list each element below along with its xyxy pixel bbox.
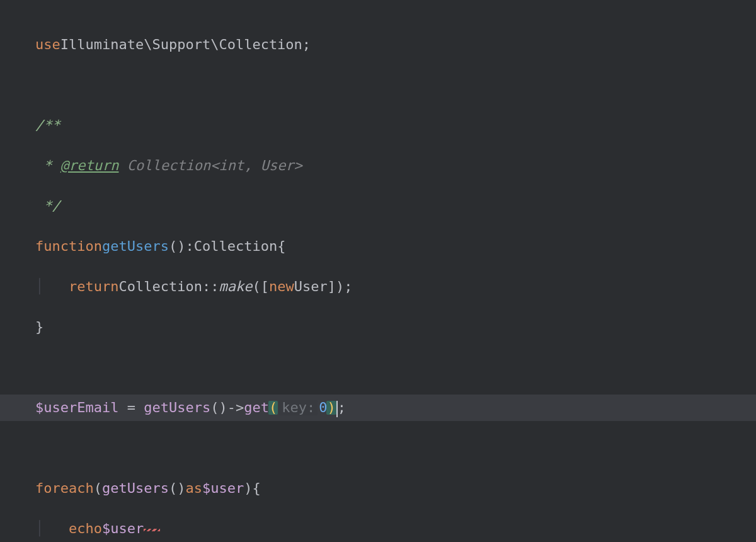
paren-open: (	[169, 239, 177, 253]
docblock-close: */	[35, 199, 60, 213]
docblock-open: /**	[35, 118, 60, 132]
code-line-active[interactable]: $userEmail = getUsers()->get(key: 0);	[0, 395, 756, 421]
brace-open: {	[252, 481, 260, 495]
paren-open: (	[94, 481, 102, 495]
paren-matched-close: )	[326, 401, 336, 415]
number-literal: 0	[319, 401, 327, 415]
semicolon: ;	[302, 38, 311, 52]
code-line[interactable]: foreach (getUsers() as $user) {	[0, 475, 756, 502]
code-line[interactable]	[0, 354, 756, 381]
code-line[interactable]: }	[0, 314, 756, 340]
keyword-function: function	[35, 239, 102, 253]
colon: :	[185, 239, 193, 253]
code-line[interactable]: use Illuminate\Support\Collection;	[0, 32, 756, 58]
code-line[interactable]	[0, 72, 756, 98]
call-getUsers: getUsers	[102, 481, 169, 495]
keyword-echo: echo	[69, 522, 102, 536]
call-getUsers: getUsers	[144, 401, 210, 415]
semicolon: ;	[338, 401, 346, 415]
variable-user: $user	[102, 522, 144, 536]
call-get: get	[244, 401, 269, 415]
double-colon: ::	[202, 280, 219, 294]
call-parens: ()	[210, 401, 227, 415]
namespace: Illuminate\Support\Collection	[60, 38, 302, 52]
variable-user: $user	[202, 481, 244, 495]
docblock-return-type: Collection<int, User>	[118, 159, 302, 173]
return-type: Collection	[194, 239, 277, 253]
indent-guide: │	[35, 280, 69, 294]
static-method-make: make	[219, 280, 252, 294]
param-hint-key: key:	[279, 400, 318, 415]
equals: =	[118, 401, 144, 415]
arrow-op: ->	[227, 401, 244, 415]
code-line[interactable]: │ echo $user	[0, 516, 756, 542]
keyword-as: as	[185, 481, 202, 495]
code-line[interactable]: */	[0, 193, 756, 219]
call-parens: ()	[169, 481, 186, 495]
paren-bracket-close: ])	[328, 280, 345, 294]
code-line[interactable]: function getUsers(): Collection {	[0, 233, 756, 260]
squiggle-underline-icon	[144, 529, 160, 531]
class-user: User	[294, 280, 328, 294]
code-line[interactable]: /**	[0, 112, 756, 139]
brace-open: {	[277, 239, 285, 253]
paren-close: )	[177, 239, 185, 253]
paren-matched-open: (	[268, 401, 278, 415]
keyword-return: return	[69, 280, 118, 294]
variable-userEmail: $userEmail	[35, 401, 118, 415]
keyword-new: new	[269, 280, 294, 294]
code-line[interactable]: * @return Collection<int, User>	[0, 153, 756, 179]
docblock-star: *	[35, 159, 60, 173]
docblock-return-tag: @return	[60, 159, 119, 173]
class-ref: Collection	[118, 280, 202, 294]
keyword-foreach: foreach	[35, 481, 94, 495]
function-name-def: getUsers	[102, 239, 169, 253]
code-editor[interactable]: use Illuminate\Support\Collection; /** *…	[0, 14, 756, 542]
code-line[interactable]	[0, 435, 756, 461]
code-line[interactable]: │ return Collection::make([new User]);	[0, 274, 756, 300]
brace-close: }	[35, 320, 43, 334]
keyword-use: use	[35, 38, 60, 52]
indent-guide: │	[35, 522, 69, 536]
semicolon: ;	[344, 280, 352, 294]
paren-close: )	[244, 481, 252, 495]
paren-bracket-open: ([	[252, 280, 269, 294]
